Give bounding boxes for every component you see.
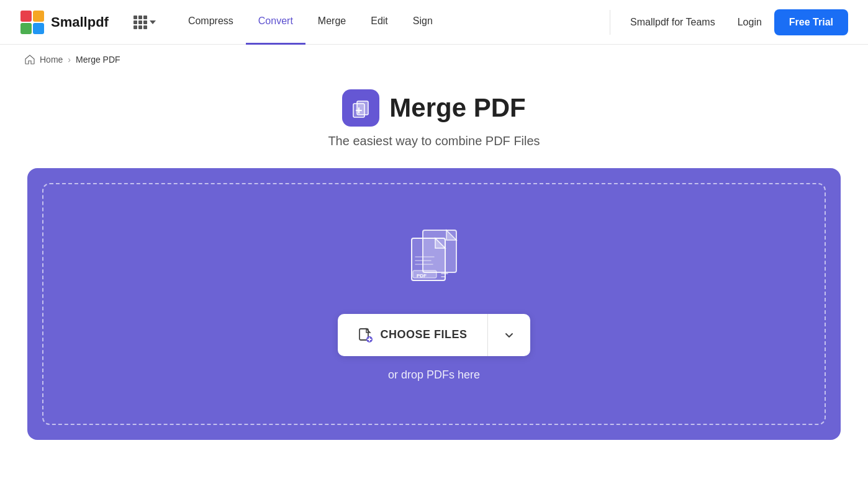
header-divider (610, 10, 610, 35)
breadcrumb-home-link[interactable]: Home (40, 55, 63, 65)
chevron-down-icon (503, 329, 515, 341)
header: Smallpdf Compress Convert Merge Edit Sig… (0, 0, 868, 45)
choose-files-button[interactable]: CHOOSE FILES (338, 314, 487, 356)
main-content: Merge PDF The easiest way to combine PDF… (0, 74, 868, 465)
page-subtitle: The easiest way to combine PDF Files (328, 134, 540, 148)
apps-menu-button[interactable] (129, 13, 161, 32)
svg-rect-1 (33, 11, 44, 22)
free-trial-button[interactable]: Free Trial (774, 9, 848, 35)
logo-text: Smallpdf (51, 14, 109, 30)
svg-rect-0 (20, 11, 32, 22)
drop-zone-outer: PDF (27, 168, 841, 440)
svg-rect-3 (33, 23, 44, 34)
nav-merge[interactable]: Merge (305, 0, 358, 45)
page-header: Merge PDF (342, 89, 525, 127)
nav-compress[interactable]: Compress (176, 0, 246, 45)
choose-files-dropdown-button[interactable] (487, 314, 530, 356)
page-title: Merge PDF (389, 93, 525, 123)
grid-icon (133, 16, 147, 29)
breadcrumb-current: Merge PDF (76, 55, 120, 65)
pdf-files-illustration: PDF (391, 227, 477, 292)
login-button[interactable]: Login (725, 12, 774, 33)
svg-text:PDF: PDF (417, 273, 427, 279)
breadcrumb-separator: › (68, 55, 71, 65)
main-nav: Compress Convert Merge Edit Sign (176, 0, 445, 45)
breadcrumb: Home › Merge PDF (0, 45, 868, 74)
drop-zone[interactable]: PDF (42, 183, 826, 425)
logo[interactable]: Smallpdf (20, 10, 109, 35)
svg-rect-2 (20, 23, 32, 34)
drop-text: or drop PDFs here (388, 369, 480, 382)
smallpdf-logo-icon (20, 10, 45, 35)
nav-sign[interactable]: Sign (400, 0, 445, 45)
choose-files-label: CHOOSE FILES (380, 328, 467, 341)
nav-edit[interactable]: Edit (358, 0, 400, 45)
chevron-down-icon (150, 20, 156, 24)
file-upload-icon (358, 328, 373, 342)
merge-icon-background (342, 89, 379, 127)
nav-convert[interactable]: Convert (246, 0, 305, 45)
home-icon (25, 55, 35, 65)
teams-link[interactable]: Smallpdf for Teams (620, 17, 725, 28)
merge-pdf-icon (350, 97, 372, 119)
choose-files-row: CHOOSE FILES (338, 314, 530, 356)
